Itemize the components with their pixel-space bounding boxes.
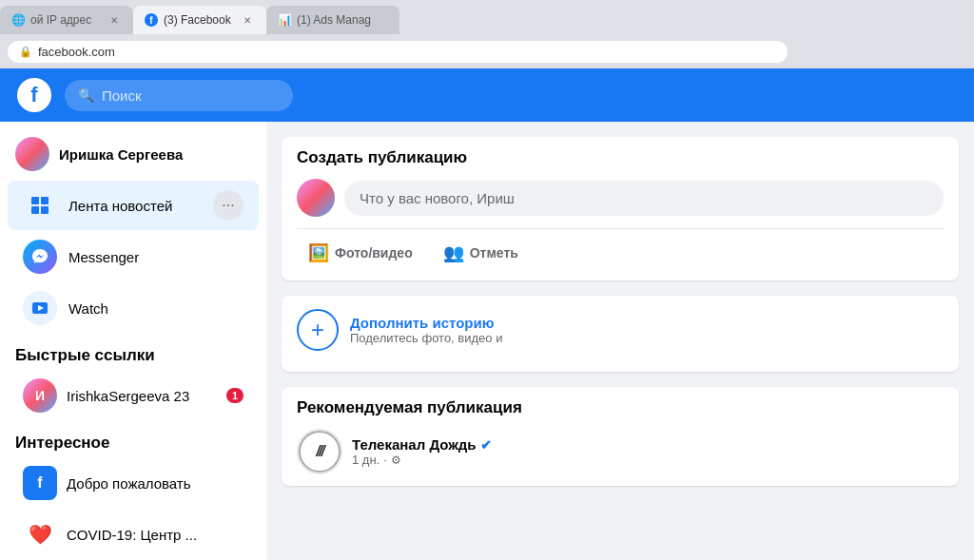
svg-rect-1: [41, 197, 49, 204]
quick-link-label: IrishkaSergeeva 23: [67, 388, 217, 404]
channel-meta: 1 дн. · ⚙: [352, 453, 944, 467]
post-actions-row: 🖼️ Фото/видео 👥 Отметь: [297, 228, 944, 269]
quick-link-badge: 1: [226, 388, 244, 403]
quick-links-title: Быстрые ссылки: [0, 335, 266, 369]
photo-video-label: Фото/видео: [335, 245, 413, 261]
story-plus-icon: +: [297, 309, 339, 351]
story-main-text: Дополнить историю: [350, 315, 502, 331]
channel-logo: ///: [297, 429, 342, 474]
tab-title-ads: (1) Ads Manag: [297, 13, 388, 27]
sidebar-user[interactable]: Иришка Сергеева: [0, 129, 266, 179]
url-text: facebook.com: [38, 45, 115, 59]
tag-label: Отметь: [470, 245, 518, 261]
search-icon: 🔍: [78, 87, 94, 103]
photo-video-icon: 🖼️: [308, 242, 329, 263]
address-bar-row: 🔒 facebook.com: [0, 34, 974, 68]
tab-favicon-ip: 🌐: [11, 13, 25, 27]
create-post-card: Создать публикацию Что у вас нового, Ири…: [282, 137, 959, 280]
channel-date: 1 дн.: [352, 453, 380, 467]
story-sub-text: Поделитесь фото, видео и: [350, 331, 502, 345]
sidebar-nav-messenger[interactable]: Messenger: [8, 232, 259, 281]
tab-close-fb[interactable]: ✕: [240, 12, 255, 28]
tag-people-icon: 👥: [443, 242, 464, 263]
recommended-title: Рекомендуемая публикация: [297, 398, 944, 417]
address-bar[interactable]: 🔒 facebook.com: [8, 41, 788, 63]
channel-logo-inner: ///: [299, 431, 341, 473]
tab-favicon-fb: f: [145, 13, 158, 27]
interesting-title: Интересное: [0, 422, 266, 456]
tab-close-ip[interactable]: ✕: [107, 12, 122, 28]
tab-title-fb: (3) Facebook: [164, 13, 234, 27]
svg-rect-2: [31, 206, 39, 214]
sidebar-nav-watch[interactable]: Watch: [8, 283, 259, 333]
tabs-bar: 🌐 ой IP адрес ✕ f (3) Facebook ✕ 📊 (1) A…: [0, 0, 974, 34]
channel-name: Телеканал Дождь ✔: [352, 436, 944, 453]
tab-facebook[interactable]: f (3) Facebook ✕: [133, 6, 266, 34]
add-story-button[interactable]: + Дополнить историю Поделитесь фото, вид…: [297, 299, 944, 360]
watch-icon: [23, 291, 57, 325]
browser-chrome: 🌐 ой IP адрес ✕ f (3) Facebook ✕ 📊 (1) A…: [0, 0, 974, 68]
interesting-item-welcome[interactable]: f Добро пожаловать: [8, 458, 259, 508]
story-card: + Дополнить историю Поделитесь фото, вид…: [282, 296, 959, 372]
quick-link-avatar: И: [23, 378, 57, 413]
post-input-box[interactable]: Что у вас нового, Ириш: [344, 181, 944, 216]
post-action-tag[interactable]: 👥 Отметь: [432, 237, 530, 269]
search-input[interactable]: [102, 87, 273, 104]
lock-icon: 🔒: [19, 46, 32, 58]
interesting-label-covid: COVID-19: Центр ...: [67, 527, 244, 543]
user-avatar-img: [15, 137, 49, 171]
svg-rect-3: [41, 206, 49, 214]
tab-ads[interactable]: 📊 (1) Ads Manag: [266, 6, 399, 34]
story-text-block: Дополнить историю Поделитесь фото, видео…: [350, 315, 502, 345]
main-content: Иришка Сергеева Лента новостей ··· M: [0, 122, 974, 560]
messenger-icon: [23, 240, 57, 274]
post-action-photo-video[interactable]: 🖼️ Фото/видео: [297, 237, 424, 269]
create-post-title: Создать публикацию: [297, 148, 944, 167]
nav-label-news-feed: Лента новостей: [68, 198, 202, 214]
tab-ip[interactable]: 🌐 ой IP адрес ✕: [0, 6, 133, 34]
sidebar: Иришка Сергеева Лента новостей ··· M: [0, 122, 266, 560]
right-content: Создать публикацию Что у вас нового, Ири…: [266, 122, 974, 560]
fb-search-bar[interactable]: 🔍: [65, 80, 293, 111]
nav-label-watch: Watch: [68, 300, 244, 317]
recommended-card: Рекомендуемая публикация /// Телеканал Д…: [282, 387, 959, 486]
fb-logo-icon: f: [17, 78, 51, 112]
fb-header: f 🔍: [0, 68, 974, 122]
nav-label-messenger: Messenger: [68, 249, 244, 265]
tab-title-ip: ой IP адрес: [30, 13, 101, 27]
nav-more-btn-news-feed[interactable]: ···: [213, 190, 244, 221]
sidebar-nav-news-feed[interactable]: Лента новостей ···: [8, 181, 259, 230]
interesting-item-covid[interactable]: ❤️ COVID-19: Центр ...: [8, 510, 259, 559]
post-user-avatar: [297, 179, 335, 217]
interesting-label-welcome: Добро пожаловать: [67, 475, 244, 492]
svg-rect-0: [31, 197, 39, 204]
channel-info: Телеканал Дождь ✔ 1 дн. · ⚙: [352, 436, 944, 467]
covid-icon: ❤️: [23, 517, 57, 551]
post-input-row: Что у вас нового, Ириш: [297, 179, 944, 217]
user-avatar: [15, 137, 49, 171]
facebook-welcome-icon: f: [23, 466, 57, 500]
channel-name-text: Телеканал Дождь: [352, 436, 477, 453]
quick-link-irishka[interactable]: И IrishkaSergeeva 23 1: [8, 371, 259, 420]
verified-badge-icon: ✔: [480, 437, 492, 453]
fb-logo[interactable]: f: [15, 76, 53, 114]
news-feed-icon: [23, 188, 57, 222]
gear-icon[interactable]: ⚙: [391, 454, 401, 467]
sidebar-username: Иришка Сергеева: [59, 146, 183, 163]
recommended-post-row: /// Телеканал Дождь ✔ 1 дн. · ⚙: [297, 429, 944, 474]
tab-favicon-ads: 📊: [278, 13, 291, 27]
